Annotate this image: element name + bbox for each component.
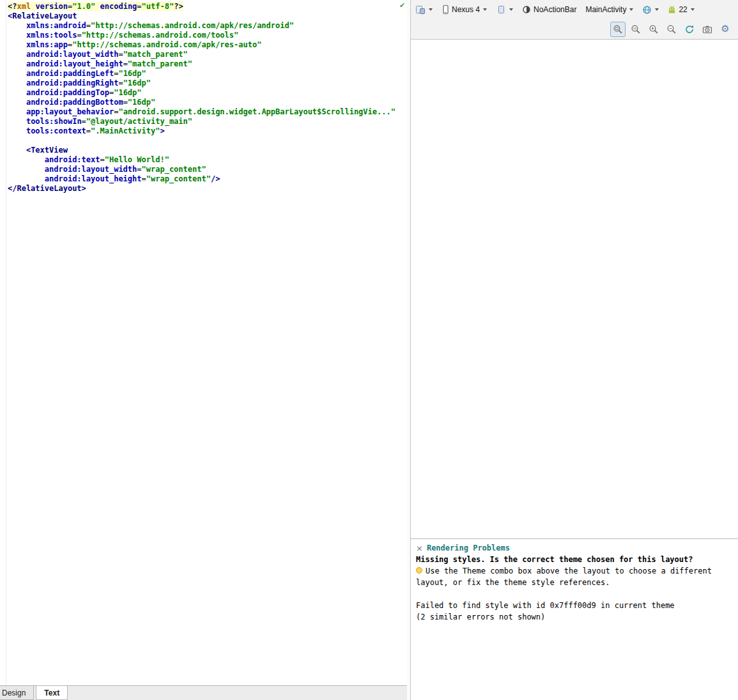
theme-dropdown[interactable]: NoActionBar <box>520 4 578 15</box>
zoom-actual-size-icon <box>631 24 641 34</box>
problems-header: × Rendering Problems <box>416 542 733 554</box>
code-line: android:paddingLeft="16dp" <box>8 69 399 79</box>
code-line: android:text="Hello World!" <box>8 155 399 165</box>
problems-message: Missing styles. Is the correct theme cho… <box>416 554 733 565</box>
rendering-problems-panel: × Rendering Problems Missing styles. Is … <box>411 538 738 700</box>
editor-mode-tabs: Design Text <box>0 685 407 700</box>
code-line: xmlns:app="http://schemas.android.com/ap… <box>8 40 399 50</box>
code-line <box>8 136 399 146</box>
zoom-out-icon <box>666 24 677 34</box>
camera-icon <box>702 24 712 34</box>
refresh-button[interactable] <box>682 22 697 37</box>
preview-config-toolbar: Nexus 4 NoActionBar MainActivity <box>411 0 738 19</box>
tab-text[interactable]: Text <box>36 686 68 700</box>
zoom-to-fit-icon <box>613 24 623 34</box>
zoom-in-icon <box>649 24 659 34</box>
api-version-dropdown[interactable]: 22 <box>666 4 696 15</box>
code-line: tools:context=".MainActivity"> <box>8 126 399 136</box>
chevron-down-icon <box>483 8 487 11</box>
refresh-icon <box>684 24 695 34</box>
code-line: android:layout_height="wrap_content"/> <box>8 174 399 184</box>
code-lines: <?xml version="1.0" encoding="utf-8"?><R… <box>6 0 399 685</box>
chevron-down-icon <box>509 8 513 11</box>
chevron-down-icon <box>629 8 633 11</box>
preview-zoom-toolbar: ⚙ <box>411 19 738 40</box>
code-line: tools:showIn="@layout/activity_main" <box>8 117 399 126</box>
problems-title: Rendering Problems <box>427 542 510 554</box>
screenshot-button[interactable] <box>700 22 715 37</box>
device-config-dropdown[interactable] <box>413 3 434 16</box>
code-line: android:paddingTop="16dp" <box>8 88 399 98</box>
android-icon <box>668 5 676 14</box>
preview-settings-button[interactable]: ⚙ <box>718 22 733 37</box>
spacer <box>416 588 733 600</box>
zoom-to-fit-button[interactable] <box>610 22 626 37</box>
code-line: app:layout_behavior="android.support.des… <box>8 107 399 117</box>
code-line: android:layout_height="match_parent" <box>8 59 399 69</box>
editor-gutter <box>0 0 6 685</box>
api-level-label: 22 <box>679 5 687 14</box>
code-line: <RelativeLayout <box>8 11 399 21</box>
device-dropdown[interactable]: Nexus 4 <box>440 3 489 16</box>
theme-icon <box>522 5 531 14</box>
problems-hint-text: Use the Theme combo box above the layout… <box>416 567 712 587</box>
code-line: android:paddingRight="16dp" <box>8 79 399 88</box>
android-studio-layout-editor: <?xml version="1.0" encoding="utf-8"?><R… <box>0 0 738 700</box>
lightbulb-icon <box>416 567 422 574</box>
inspection-status-icon: ✔ <box>399 1 405 10</box>
zoom-out-button[interactable] <box>664 22 679 37</box>
problems-error-detail: Failed to find style with id 0x7fff00d9 … <box>416 600 733 611</box>
zoom-actual-size-button[interactable] <box>628 22 643 37</box>
code-line: android:layout_width="match_parent" <box>8 50 399 59</box>
chevron-down-icon <box>691 8 695 11</box>
code-line: <TextView <box>8 146 399 155</box>
editor-error-stripe[interactable]: ✔ <box>399 0 407 685</box>
problems-error-more: (2 similar errors not shown) <box>416 611 733 623</box>
tab-design-label: Design <box>2 689 26 697</box>
code-line: </RelativeLayout> <box>8 184 399 194</box>
xml-editor[interactable]: <?xml version="1.0" encoding="utf-8"?><R… <box>0 0 407 685</box>
editor-pane: <?xml version="1.0" encoding="utf-8"?><R… <box>0 0 407 700</box>
phone-icon <box>442 4 449 15</box>
gear-icon: ⚙ <box>721 24 729 34</box>
zoom-in-button[interactable] <box>646 22 661 37</box>
code-line: xmlns:tools="http://schemas.android.com/… <box>8 31 399 40</box>
chevron-down-icon <box>429 8 433 11</box>
problems-hint: Use the Theme combo box above the layout… <box>416 565 716 588</box>
chevron-down-icon <box>655 8 659 11</box>
tab-design[interactable]: Design <box>0 686 34 700</box>
close-icon[interactable]: × <box>416 544 423 552</box>
activity-label: MainActivity <box>585 5 626 14</box>
theme-label: NoActionBar <box>534 5 576 14</box>
device-label: Nexus 4 <box>452 5 480 14</box>
device-config-icon <box>415 4 426 15</box>
preview-pane: Nexus 4 NoActionBar MainActivity <box>410 0 738 700</box>
activity-dropdown[interactable]: MainActivity <box>583 4 635 15</box>
orientation-portrait-icon <box>496 4 506 15</box>
code-line: <?xml version="1.0" encoding="utf-8"?> <box>8 2 399 11</box>
tab-text-label: Text <box>44 689 59 697</box>
code-line: android:paddingBottom="16dp" <box>8 98 399 107</box>
globe-icon <box>642 5 652 15</box>
locale-dropdown[interactable] <box>640 4 661 16</box>
preview-canvas[interactable] <box>411 40 738 538</box>
code-line: android:layout_width="wrap_content" <box>8 165 399 174</box>
orientation-dropdown[interactable] <box>494 3 515 16</box>
code-line: xmlns:android="http://schemas.android.co… <box>8 21 399 31</box>
